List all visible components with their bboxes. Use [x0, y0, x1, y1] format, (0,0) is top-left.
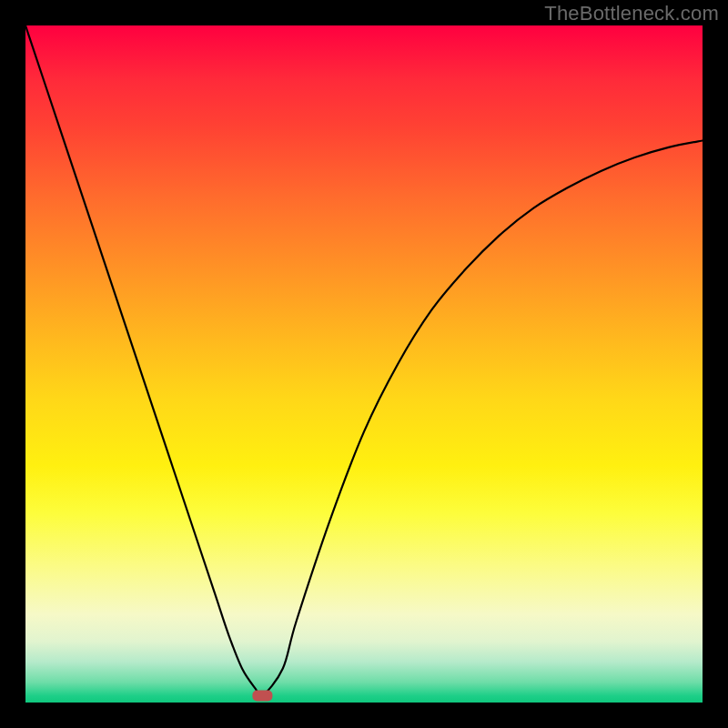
watermark-text: TheBottleneck.com	[544, 2, 719, 25]
minimum-marker	[252, 691, 272, 702]
bottleneck-curve	[25, 25, 703, 697]
curve-svg	[25, 25, 703, 703]
chart-container: TheBottleneck.com	[0, 0, 728, 728]
plot-area	[25, 25, 703, 703]
